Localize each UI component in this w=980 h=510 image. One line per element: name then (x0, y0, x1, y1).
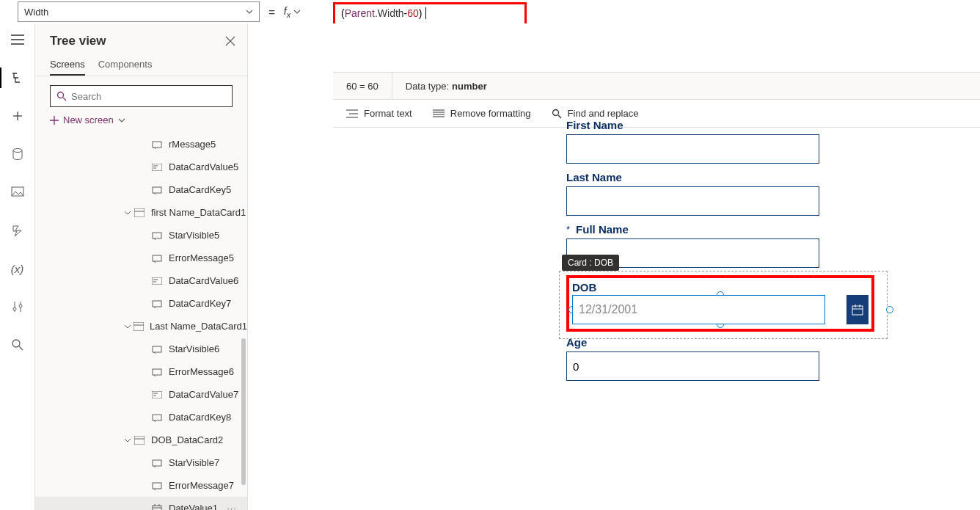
selection-handle[interactable] (886, 306, 893, 313)
tree-item-label: first Name_DataCard1 (151, 207, 246, 218)
svg-rect-24 (852, 306, 863, 315)
left-rail: (x) (0, 23, 35, 510)
svg-rect-18 (153, 415, 161, 420)
tree-item[interactable]: Last Name_DataCard1··· (35, 315, 247, 338)
insert-icon[interactable] (7, 106, 28, 126)
tree-item[interactable]: ErrorMessage6··· (35, 360, 247, 383)
data-icon[interactable] (7, 144, 28, 164)
formula-result-bar: 60 = 60 Data type: number (333, 72, 980, 100)
close-icon[interactable] (225, 36, 235, 46)
tree-item-label: DataCardValue6 (169, 275, 238, 286)
tree-item[interactable]: DataCardValue7··· (35, 383, 247, 406)
find-replace-button[interactable]: Find and replace (552, 108, 639, 119)
tree-item[interactable]: StarVisible5··· (35, 224, 247, 247)
remove-formatting-button[interactable]: Remove formatting (433, 108, 531, 119)
tree-item-label: Last Name_DataCard1 (150, 321, 247, 332)
tree-item[interactable]: first Name_DataCard1··· (35, 201, 247, 224)
last-name-input[interactable] (566, 186, 819, 216)
new-screen-label: New screen (63, 114, 114, 125)
tree-item[interactable]: DataCardValue6··· (35, 269, 247, 292)
svg-rect-7 (152, 164, 162, 171)
svg-point-23 (552, 109, 558, 115)
tree-search[interactable] (50, 85, 233, 107)
tree-item[interactable]: DataCardValue5··· (35, 156, 247, 178)
chevron-down-icon (246, 8, 253, 15)
last-name-label: Last Name (566, 171, 874, 183)
tree-item[interactable]: DataCardKey7··· (35, 292, 247, 315)
tab-screens[interactable]: Screens (50, 54, 85, 76)
calendar-button[interactable] (846, 295, 869, 324)
tree-item-label: ErrorMessage7 (169, 480, 234, 491)
svg-rect-20 (153, 460, 161, 466)
tree-item-label: ErrorMessage6 (169, 366, 234, 377)
dob-date-input[interactable] (572, 295, 825, 324)
first-name-label: First Name (566, 119, 874, 131)
tree-item-label: StarVisible7 (169, 457, 219, 468)
tree-item-label: StarVisible5 (169, 230, 219, 241)
svg-rect-21 (153, 483, 161, 489)
dob-card-selected[interactable]: DOB (566, 275, 874, 332)
tree-item[interactable]: DataCardKey8··· (35, 406, 247, 429)
svg-rect-16 (153, 369, 161, 375)
svg-rect-1 (12, 187, 23, 196)
datatype-label: Data type: (406, 81, 449, 92)
text-cursor (425, 7, 426, 19)
search-icon[interactable] (7, 335, 28, 355)
card-tooltip: Card : DOB (562, 255, 619, 271)
chevron-down-icon[interactable] (123, 437, 132, 444)
more-icon[interactable]: ··· (227, 503, 237, 510)
label-icon (151, 412, 163, 423)
formula-dot-width: .Width (375, 7, 404, 19)
tree-item[interactable]: StarVisible7··· (35, 451, 247, 474)
advanced-tools-icon[interactable] (7, 296, 28, 317)
calendar-icon (852, 304, 863, 316)
property-dropdown-value: Width (24, 7, 48, 18)
tree-item-label: DataCardKey7 (169, 298, 231, 309)
new-screen-button[interactable]: New screen (50, 114, 233, 125)
first-name-input[interactable] (566, 134, 819, 164)
hamburger-icon[interactable] (7, 29, 28, 50)
formula-parent-ref: Parent (345, 7, 375, 19)
tree-item[interactable]: DateValue1··· (35, 497, 247, 510)
tree-item-label: StarVisible6 (169, 343, 219, 354)
full-name-label: Full Name (576, 223, 629, 236)
remove-formatting-icon (433, 109, 445, 118)
tree-item[interactable]: ErrorMessage5··· (35, 247, 247, 269)
property-dropdown[interactable]: Width (18, 1, 260, 22)
tab-components[interactable]: Components (98, 54, 153, 76)
tree-item[interactable]: DataCardKey5··· (35, 178, 247, 201)
svg-point-4 (12, 340, 20, 347)
age-label: Age (566, 336, 874, 349)
variables-icon[interactable]: (x) (7, 258, 28, 279)
tree-item-label: DOB_DataCard2 (151, 434, 223, 445)
text-icon (151, 275, 163, 287)
age-input[interactable] (566, 351, 819, 381)
svg-rect-9 (134, 208, 145, 217)
tree-item[interactable]: rMessage5··· (35, 133, 247, 156)
chevron-down-icon[interactable] (123, 323, 131, 330)
card-icon (134, 434, 145, 446)
power-automate-icon[interactable] (7, 220, 28, 241)
field-last-name: Last Name (566, 171, 874, 216)
fx-button[interactable]: fx (284, 5, 305, 19)
svg-rect-14 (134, 322, 144, 331)
search-icon (552, 109, 562, 119)
tree-item[interactable]: StarVisible6··· (35, 338, 247, 360)
tree-item[interactable]: DOB_DataCard2··· (35, 429, 247, 451)
svg-point-2 (13, 307, 16, 310)
svg-rect-8 (153, 187, 161, 193)
chevron-down-icon (118, 117, 125, 124)
tree-view-icon[interactable] (7, 68, 28, 88)
label-icon (151, 343, 163, 355)
scrollbar-thumb[interactable] (241, 338, 246, 485)
tree-item[interactable]: ErrorMessage7··· (35, 474, 247, 497)
media-icon[interactable] (7, 182, 28, 203)
chevron-down-icon[interactable] (123, 209, 132, 216)
label-icon (151, 184, 163, 196)
format-text-button[interactable]: Format text (346, 108, 412, 119)
tree-item-label: ErrorMessage5 (169, 252, 234, 263)
canvas-area: 60 = 60 Data type: number Format text Re… (248, 23, 980, 510)
format-text-icon (346, 109, 358, 118)
tree-search-input[interactable] (71, 91, 226, 102)
label-icon (151, 298, 163, 310)
